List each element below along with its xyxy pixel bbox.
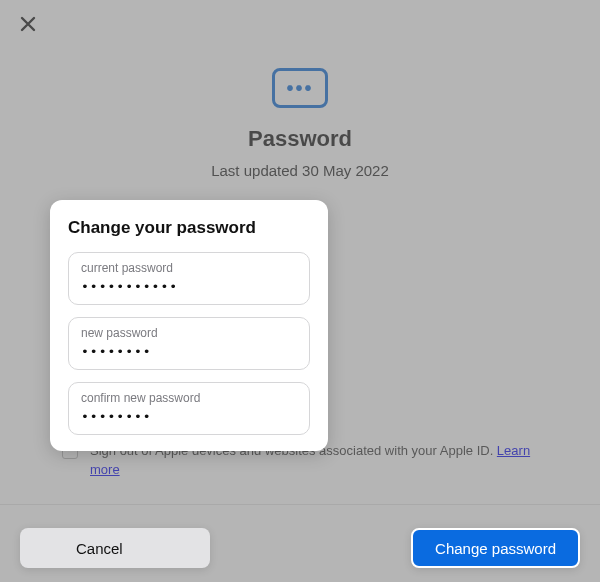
dialog-title: Change your password <box>68 218 310 238</box>
current-password-field[interactable]: current password ••••••••••• <box>68 252 310 305</box>
change-password-button[interactable]: Change password <box>411 528 580 568</box>
close-button[interactable] <box>16 14 40 38</box>
new-password-label: new password <box>81 326 297 340</box>
current-password-value: ••••••••••• <box>81 279 297 294</box>
current-password-label: current password <box>81 261 297 275</box>
page-title: Password <box>248 126 352 152</box>
confirm-password-value: •••••••• <box>81 409 297 424</box>
confirm-password-label: confirm new password <box>81 391 297 405</box>
confirm-password-field[interactable]: confirm new password •••••••• <box>68 382 310 435</box>
cancel-button[interactable]: Cancel <box>20 528 210 568</box>
password-icon: ••• <box>272 68 328 108</box>
close-icon <box>20 16 36 36</box>
change-password-dialog: Change your password current password ••… <box>50 200 328 451</box>
dialog-button-row: Cancel Change password <box>0 528 600 568</box>
new-password-value: •••••••• <box>81 344 297 359</box>
new-password-field[interactable]: new password •••••••• <box>68 317 310 370</box>
last-updated-text: Last updated 30 May 2022 <box>211 162 389 179</box>
